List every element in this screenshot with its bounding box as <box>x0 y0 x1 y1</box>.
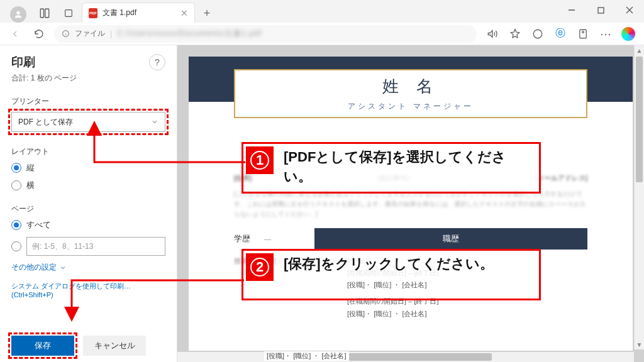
addr-scheme: ファイル <box>75 28 105 39</box>
svg-rect-5 <box>40 9 43 18</box>
more-settings-label: その他の設定 <box>11 262 57 273</box>
svg-rect-1 <box>598 8 604 13</box>
doc-subtitle: アシスタント マネージャー <box>348 101 473 112</box>
horizontal-scrollbar[interactable] <box>177 352 634 362</box>
pages-all-option[interactable]: すべて <box>11 219 165 231</box>
annotation-text-2: [保存]をクリックしてください。 <box>276 251 539 278</box>
tab-bar: PDF 文書 1.pdf ✕ + <box>0 0 644 23</box>
vertical-scrollbar[interactable]: ▲ ▼ <box>634 45 644 349</box>
detail-line-4: [役職]・ [職位] ・ [会社名] <box>347 308 587 321</box>
tab-actions-icon[interactable] <box>58 4 79 23</box>
radio-icon <box>11 241 21 251</box>
more-icon[interactable]: ⋯ <box>596 25 615 43</box>
name-box: 姓 名 アシスタント マネージャー <box>234 69 587 118</box>
section-row: 学歴 ― 職歴 <box>234 228 587 250</box>
layout-landscape-label: 横 <box>26 180 35 191</box>
svg-rect-7 <box>65 10 72 17</box>
addr-path: C:/Users/xxxxx/Documents/文書1.pdf <box>117 28 262 39</box>
print-title: 印刷 <box>11 54 77 70</box>
address-bar: ファイル | C:/Users/xxxxx/Documents/文書1.pdf … <box>0 23 644 45</box>
scroll-up-icon[interactable]: ▲ <box>635 45 644 55</box>
radio-icon <box>11 220 21 230</box>
annotation-highlight-2: 保存 <box>8 332 77 359</box>
scrollbar-thumb[interactable] <box>636 57 643 182</box>
layout-landscape-option[interactable]: 横 <box>11 180 165 191</box>
document-page: 姓 名 アシスタント マネージャー [住所] [電話番号] [メールアドレス] … <box>189 57 633 351</box>
pdf-file-icon: PDF <box>89 8 97 18</box>
layout-portrait-label: 縦 <box>26 162 35 173</box>
doc-description: [この文を仕事の内容に変える必要があるクリックして文字を入力するだけで文がすぐテ… <box>234 189 587 219</box>
save-button-label: 保存 <box>35 340 51 351</box>
cancel-button-label: キャンセル <box>94 340 135 351</box>
pages-range-input[interactable]: 例: 1-5、8、11-13 <box>26 237 165 256</box>
pages-label: ページ <box>11 204 165 214</box>
field-email: [メールアドレス] <box>535 173 587 183</box>
cancel-button[interactable]: キャンセル <box>83 336 146 356</box>
radio-icon <box>11 163 21 173</box>
annotation-2: 2 [保存]をクリックしてください。 <box>242 249 541 300</box>
tab-title: 文書 1.pdf <box>103 8 175 18</box>
svg-point-11 <box>533 30 542 38</box>
close-window-button[interactable] <box>615 0 644 20</box>
ie-mode-icon[interactable]: ⓔ <box>551 25 570 43</box>
printer-label: プリンター <box>11 96 165 107</box>
help-button[interactable]: ? <box>149 54 165 70</box>
workspaces-icon[interactable] <box>34 4 55 23</box>
annotation-number-2: 2 <box>246 253 274 281</box>
svg-rect-6 <box>45 9 49 18</box>
doc-footer-text: [役職]・ [職位] ・ [会社名] <box>264 351 349 361</box>
maximize-button[interactable] <box>586 0 615 20</box>
info-icon <box>62 30 70 38</box>
radio-icon <box>11 180 21 190</box>
annotation-text-1: [PDFとして保存]を選択してください。 <box>276 144 539 190</box>
refresh-button[interactable] <box>30 25 48 43</box>
profile-avatar[interactable] <box>10 6 26 23</box>
divider: ― <box>264 235 277 243</box>
pages-all-label: すべて <box>26 219 51 231</box>
printer-value: PDF として保存 <box>18 117 73 128</box>
back-button[interactable] <box>6 25 24 43</box>
collections-icon[interactable] <box>574 25 592 43</box>
extension-icon[interactable] <box>528 25 547 43</box>
scroll-down-icon[interactable]: ▼ <box>635 339 644 349</box>
annotation-number-1: 1 <box>246 146 274 174</box>
browser-tab[interactable]: PDF 文書 1.pdf ✕ <box>82 3 195 23</box>
section-exp-label: 職歴 <box>314 228 587 250</box>
doc-name: 姓 名 <box>382 75 438 97</box>
pages-range-placeholder: 例: 1-5、8、11-13 <box>32 241 93 252</box>
annotation-arrow-2 <box>68 277 250 324</box>
chevron-down-icon <box>59 264 67 272</box>
save-button[interactable]: 保存 <box>11 336 74 356</box>
annotation-1: 1 [PDFとして保存]を選択してください。 <box>242 142 541 194</box>
annotation-arrow-1 <box>88 124 252 177</box>
more-settings-link[interactable]: その他の設定 <box>11 262 165 273</box>
favorite-icon[interactable] <box>506 25 525 43</box>
read-aloud-icon[interactable] <box>483 25 502 43</box>
copilot-button[interactable] <box>619 25 638 43</box>
close-tab-icon[interactable]: ✕ <box>180 8 188 18</box>
minimize-button[interactable] <box>557 0 586 20</box>
pages-range-option[interactable]: 例: 1-5、8、11-13 <box>11 237 165 256</box>
address-field[interactable]: ファイル | C:/Users/xxxxx/Documents/文書1.pdf <box>54 25 477 43</box>
section-edu-label: 学歴 <box>234 233 264 244</box>
page-count: 合計: 1 枚の ページ <box>11 73 77 84</box>
svg-point-4 <box>16 11 19 14</box>
new-tab-button[interactable]: + <box>197 4 216 23</box>
